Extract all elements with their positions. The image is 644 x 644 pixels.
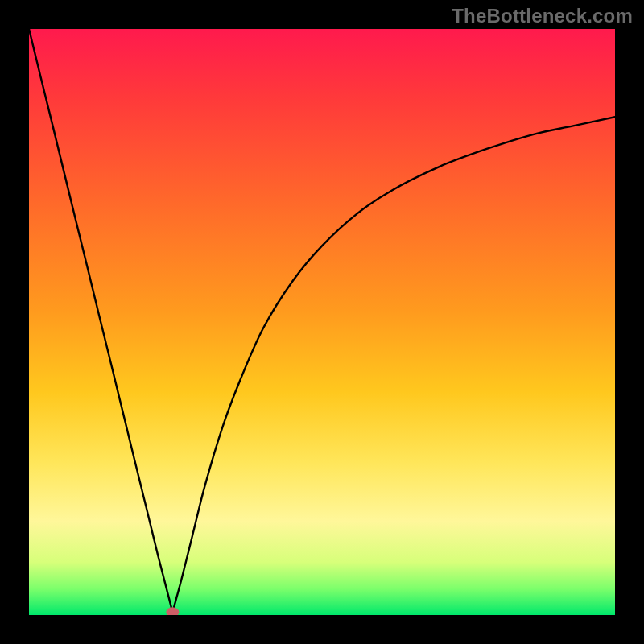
chart-frame: TheBottleneck.com <box>0 0 644 644</box>
gradient-background <box>29 29 615 615</box>
watermark-text: TheBottleneck.com <box>452 5 633 27</box>
plot-area <box>29 29 615 615</box>
plot-svg <box>29 29 615 615</box>
